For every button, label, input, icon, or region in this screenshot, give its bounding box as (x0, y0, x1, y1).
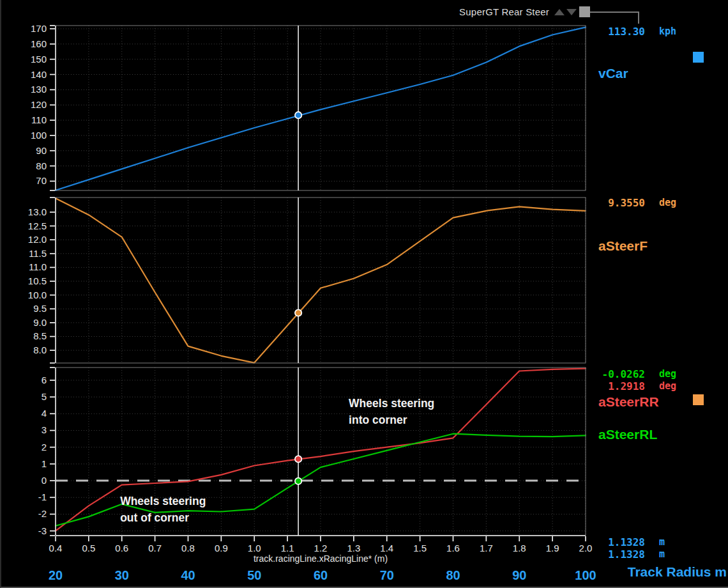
asteerrr-label[interactable]: aSteerRR (598, 394, 659, 410)
y-tick-label: 70 (36, 175, 47, 186)
y-tick-label: 140 (31, 69, 47, 80)
scroll-up-arrow-icon[interactable] (554, 9, 565, 15)
y-tick-label: 5 (42, 391, 47, 402)
x-tick-label: 1.1 (281, 543, 294, 553)
vcar-label[interactable]: vCar (598, 66, 628, 81)
callout-connector (590, 12, 639, 24)
chart-canvas: 7080901001101201301401501601708.08.59.09… (1, 0, 728, 588)
scroll-down-arrow-icon[interactable] (566, 9, 577, 15)
asteerf-color-swatch[interactable] (693, 394, 704, 405)
y-tick-label: 160 (31, 38, 47, 49)
plot-border (56, 368, 586, 536)
annotation: into corner (349, 414, 407, 426)
y-tick-label: 100 (31, 130, 47, 141)
asteerf-unit: deg (659, 197, 692, 208)
x-tick-label: 0.7 (148, 543, 162, 553)
annotation: Wheels steering (120, 495, 206, 507)
y-tick-label: -2 (38, 508, 47, 519)
x-tick-label: 0.4 (49, 543, 63, 553)
track-radius-value: 50 (247, 568, 261, 582)
x-tick-label: 0.6 (115, 543, 128, 553)
asteerrr-unit: deg (659, 380, 692, 392)
cursor-marker-aSteerRL (295, 478, 301, 484)
y-tick-label: 10.0 (28, 290, 47, 300)
cursor-marker-aSteerF (295, 309, 301, 316)
chart-aSteerRear: -3-2-10123456Wheels steeringinto cornerW… (38, 368, 593, 564)
track-radius-value: 30 (115, 568, 129, 582)
x-axis-label: track.racingLine.xRacingLine* (m) (254, 553, 388, 564)
asteerf-label[interactable]: aSteerF (598, 238, 648, 254)
panel-menu-button[interactable] (579, 6, 590, 17)
y-tick-label: 11.5 (29, 248, 47, 259)
asteerrl-unit: deg (659, 368, 692, 380)
y-tick-label: 13.0 (28, 206, 47, 217)
x-tick-label: 1.5 (413, 543, 427, 553)
track-radius-value: 90 (512, 568, 526, 582)
chart-aSteerF: 8.08.59.09.510.010.511.011.512.012.513.0 (28, 197, 586, 363)
chart-vCar: 708090100110120130140150160170 (31, 23, 586, 190)
x-tick-label: 1.3 (347, 543, 360, 553)
asteerrl-value: -0.0262 (594, 368, 645, 380)
y-tick-label: -1 (38, 491, 47, 502)
track-radius-value: 40 (181, 568, 195, 582)
x-tick-label: 1.8 (513, 543, 526, 553)
x-tick-label: 0.9 (215, 543, 228, 553)
annotation: out of corner (120, 511, 189, 524)
x-tick-label: 0.8 (181, 543, 195, 553)
vcar-value: 113.30 (594, 26, 645, 38)
y-tick-label: 90 (36, 145, 47, 156)
y-tick-label: 110 (31, 114, 47, 125)
track-radius-value: 70 (380, 568, 394, 582)
x-tick-label: 1.7 (480, 543, 493, 553)
y-tick-label: 120 (31, 99, 47, 110)
cursor-marker-vCar (295, 112, 301, 118)
vcar-unit: kph (659, 26, 692, 37)
y-tick-label: 10.5 (28, 275, 47, 286)
track-radius-value: 80 (446, 568, 460, 582)
y-tick-label: -3 (38, 525, 47, 536)
y-tick-label: 11.0 (29, 261, 47, 272)
cursor-position-value-2: 1.1328 (594, 548, 645, 561)
y-tick-label: 130 (31, 84, 47, 95)
y-tick-label: 0 (42, 475, 47, 486)
y-tick-label: 8.0 (33, 344, 47, 355)
y-tick-label: 4 (42, 408, 47, 419)
y-tick-label: 80 (36, 160, 47, 171)
vcar-color-swatch[interactable] (693, 52, 704, 63)
track-radius-value: 20 (49, 568, 63, 582)
x-tick-label: 1.4 (380, 543, 393, 553)
annotation: Wheels steering (349, 397, 434, 410)
y-tick-label: 2 (42, 442, 47, 453)
y-tick-label: 170 (31, 23, 47, 34)
track-radius-value: 60 (314, 568, 328, 582)
asteerf-value: 9.3550 (594, 197, 645, 209)
cursor-position-unit-1: m (659, 536, 692, 548)
y-tick-label: 1 (42, 458, 47, 469)
telemetry-window: 7080901001101201301401501601708.08.59.09… (0, 0, 728, 588)
asteerrl-label[interactable]: aSteerRL (598, 427, 657, 442)
y-tick-label: 9.0 (33, 317, 47, 328)
cursor-position-unit-2: m (659, 548, 692, 560)
x-tick-label: 1.6 (446, 543, 460, 553)
x-tick-label: 0.5 (82, 543, 95, 553)
x-tick-label: 1.0 (248, 543, 261, 553)
y-tick-label: 12.5 (28, 220, 47, 231)
y-tick-label: 9.5 (33, 303, 47, 314)
panel-title: SuperGT Rear Steer (442, 6, 549, 17)
track-radius-axis-label: Track Radius m (607, 564, 727, 580)
cursor-position-value-1: 1.1328 (594, 536, 645, 548)
x-tick-label: 1.2 (314, 543, 328, 553)
y-tick-label: 6 (42, 375, 47, 385)
track-radius-value: 100 (575, 568, 596, 582)
asteerrr-value: 1.2918 (594, 380, 645, 392)
y-tick-label: 12.0 (28, 234, 47, 245)
y-tick-label: 3 (42, 424, 47, 435)
x-tick-label: 2.0 (579, 543, 593, 553)
y-tick-label: 150 (31, 54, 47, 65)
cursor-marker-aSteerRR (295, 456, 301, 462)
x-tick-label: 1.9 (546, 543, 559, 553)
y-tick-label: 8.5 (33, 330, 47, 341)
